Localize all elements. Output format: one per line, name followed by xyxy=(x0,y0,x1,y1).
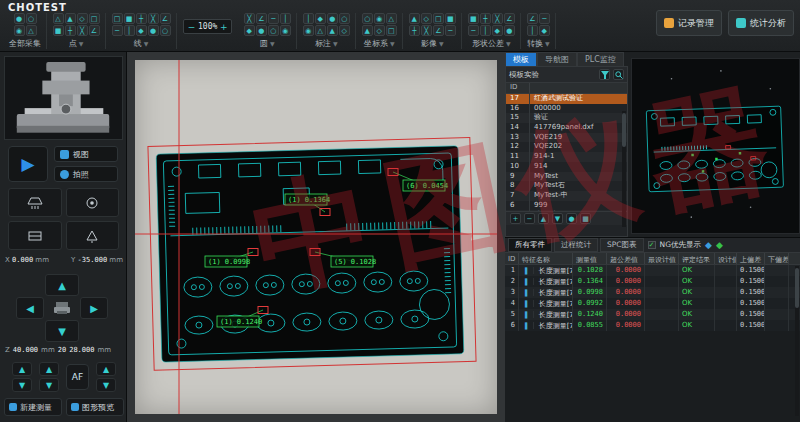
toolbar-group-label[interactable]: 线▼ xyxy=(134,38,149,49)
add-template-icon[interactable]: + xyxy=(510,213,521,224)
template-row[interactable]: 14417769panel.dxf xyxy=(506,123,627,133)
tool-icon[interactable]: ∠ xyxy=(160,13,171,24)
tool-icon[interactable]: ∠ xyxy=(504,13,515,24)
filter-button[interactable] xyxy=(599,69,610,80)
tab-模板[interactable]: 模板 xyxy=(505,52,537,66)
toolbar-group-label[interactable]: 影像▼ xyxy=(421,38,444,49)
tool-icon[interactable]: ○ xyxy=(268,25,279,36)
tool-icon[interactable]: ╳ xyxy=(77,25,88,36)
filter-blue-diamond-icon[interactable]: ◆ xyxy=(705,241,712,250)
tool-icon[interactable]: ─ xyxy=(539,13,550,24)
tool-icon[interactable]: ○ xyxy=(26,13,37,24)
tool-icon[interactable]: ◇ xyxy=(374,25,385,36)
capture-button[interactable]: 拍照 xyxy=(54,166,118,182)
tool-icon[interactable]: ╳ xyxy=(244,13,255,24)
records-manage-button[interactable]: 记录管理 xyxy=(656,10,722,36)
tool-icon[interactable]: □ xyxy=(386,25,397,36)
tool-icon[interactable]: ┼ xyxy=(65,25,76,36)
tool-icon[interactable]: ◇ xyxy=(77,13,88,24)
coaxial-light-button[interactable] xyxy=(66,188,120,217)
tool-icon[interactable]: ◉ xyxy=(374,13,385,24)
zoom-control[interactable]: −100%+ xyxy=(183,19,232,34)
tool-icon[interactable]: ─ xyxy=(445,25,456,36)
tool-icon[interactable]: ∠ xyxy=(433,25,444,36)
z-fine-up-button[interactable]: ▲ xyxy=(39,362,59,376)
z-up-button[interactable]: ▲ xyxy=(12,362,32,376)
ring-light-button[interactable] xyxy=(8,188,62,217)
tool-icon[interactable]: ■ xyxy=(445,13,456,24)
camera-view[interactable]: (1) 0.1364(6) 0.0454(1) 0.0998(5) 0.1028… xyxy=(135,60,497,414)
toolbar-group-label[interactable]: 形状公差▼ xyxy=(472,38,511,49)
tool-icon[interactable]: △ xyxy=(386,13,397,24)
jog-down-button[interactable]: ▼ xyxy=(45,320,79,342)
tool-icon[interactable]: ◇ xyxy=(339,25,350,36)
tool-icon[interactable]: ● xyxy=(256,25,267,36)
tool-icon[interactable]: □ xyxy=(89,13,100,24)
toolbar-group-label[interactable]: 坐标系▼ xyxy=(364,38,395,49)
z-fine-down-button[interactable]: ▼ xyxy=(39,378,59,392)
move-down-icon[interactable]: ▼ xyxy=(552,213,563,224)
template-row[interactable]: 16000000 xyxy=(506,104,627,114)
side-light-button[interactable] xyxy=(66,221,120,250)
move-up-icon[interactable]: ▲ xyxy=(538,213,549,224)
jog-right-button[interactable]: ▶ xyxy=(80,297,108,319)
tool-icon[interactable]: ─ xyxy=(268,13,279,24)
tab-导航图[interactable]: 导航图 xyxy=(537,52,577,66)
autofocus-button[interactable]: AF xyxy=(66,364,89,390)
tool-icon[interactable]: ● xyxy=(504,25,515,36)
tool-icon[interactable]: △ xyxy=(26,25,37,36)
search-button[interactable] xyxy=(613,69,624,80)
zoom-out-icon[interactable]: − xyxy=(187,22,196,32)
tool-icon[interactable]: ∠ xyxy=(89,25,100,36)
save-template-icon[interactable]: ■ xyxy=(580,213,591,224)
toolbar-group-label[interactable]: 全部采集 xyxy=(9,38,41,49)
statistics-button[interactable]: 统计分析 xyxy=(728,10,794,36)
tool-icon[interactable]: ○ xyxy=(160,25,171,36)
tool-icon[interactable]: │ xyxy=(527,25,538,36)
tool-icon[interactable]: □ xyxy=(112,13,123,24)
template-scrollbar[interactable] xyxy=(622,111,626,227)
toolbar-group-label[interactable]: 点▼ xyxy=(69,38,84,49)
template-row[interactable]: 15验证 xyxy=(506,113,627,123)
tool-icon[interactable]: │ xyxy=(303,13,314,24)
tool-icon[interactable]: ▲ xyxy=(327,25,338,36)
tool-icon[interactable]: ■ xyxy=(468,13,479,24)
template-row[interactable]: 7MyTest-中 xyxy=(506,191,627,201)
speed-down-button[interactable]: ▼ xyxy=(96,378,116,392)
tool-icon[interactable]: ─ xyxy=(112,25,123,36)
results-row[interactable]: 6▌长度测量[7]0.08550.0000OK0.1500 xyxy=(505,320,800,331)
tool-icon[interactable]: ● xyxy=(14,13,25,24)
zoom-in-icon[interactable]: + xyxy=(219,22,228,32)
graph-preview-button[interactable]: 图形预览 xyxy=(66,398,124,416)
z-down-button[interactable]: ▼ xyxy=(12,378,32,392)
tool-icon[interactable]: ◉ xyxy=(14,25,25,36)
tool-icon[interactable]: ◇ xyxy=(421,13,432,24)
tool-icon[interactable]: ╳ xyxy=(148,13,159,24)
tool-icon[interactable]: │ xyxy=(480,25,491,36)
tool-icon[interactable]: │ xyxy=(124,25,135,36)
speed-up-button[interactable]: ▲ xyxy=(96,362,116,376)
tool-icon[interactable]: ◆ xyxy=(136,25,147,36)
tool-icon[interactable]: ┼ xyxy=(480,13,491,24)
run-measure-button[interactable]: ▶ xyxy=(8,146,48,182)
results-row[interactable]: 2▌长度测量[7]0.13640.0000OK0.1500 xyxy=(505,276,800,287)
backlight-button[interactable] xyxy=(8,221,62,250)
tool-icon[interactable]: ╳ xyxy=(492,13,503,24)
tool-icon[interactable]: ▲ xyxy=(409,13,420,24)
tool-icon[interactable]: □ xyxy=(433,13,444,24)
tool-icon[interactable]: ▲ xyxy=(65,13,76,24)
jog-up-button[interactable]: ▲ xyxy=(45,274,79,296)
tool-icon[interactable]: ◆ xyxy=(244,25,255,36)
ng-first-checkbox[interactable]: ✓ xyxy=(648,241,656,249)
tool-icon[interactable]: ○ xyxy=(339,13,350,24)
tool-icon[interactable]: ◆ xyxy=(492,25,503,36)
tool-icon[interactable]: ● xyxy=(148,25,159,36)
template-row[interactable]: 8MyTest右 xyxy=(506,181,627,191)
tool-icon[interactable]: ○ xyxy=(362,13,373,24)
filter-green-diamond-icon[interactable]: ◆ xyxy=(716,241,723,250)
results-tab-所有零件[interactable]: 所有零件 xyxy=(508,238,552,252)
tool-icon[interactable]: ◉ xyxy=(303,25,314,36)
tool-icon[interactable]: ╳ xyxy=(421,25,432,36)
tool-icon[interactable]: ▲ xyxy=(362,25,373,36)
tool-icon[interactable]: ∠ xyxy=(527,13,538,24)
